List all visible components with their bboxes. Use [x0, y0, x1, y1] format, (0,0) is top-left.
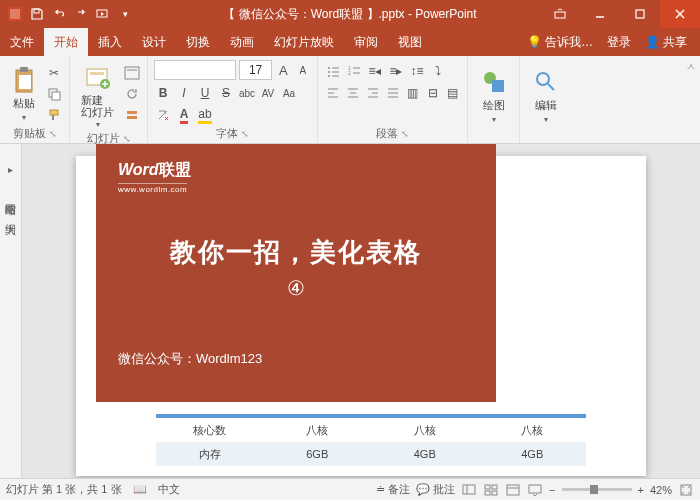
svg-rect-11	[52, 92, 60, 100]
numbering-icon[interactable]: 12	[345, 62, 363, 80]
smartart-icon[interactable]: ▤	[444, 84, 461, 102]
svg-rect-4	[555, 12, 565, 18]
ribbon-options-icon[interactable]	[540, 0, 580, 28]
redo-icon[interactable]	[74, 7, 88, 21]
new-slide-button[interactable]: 新建 幻灯片▾	[76, 60, 119, 129]
align-right-icon[interactable]	[364, 84, 381, 102]
minimize-button[interactable]	[580, 0, 620, 28]
fit-window-icon[interactable]	[678, 482, 694, 498]
expand-icon[interactable]: ⤡	[401, 129, 409, 139]
expand-icon[interactable]: ⤡	[123, 134, 131, 144]
svg-point-20	[328, 67, 330, 69]
tab-slideshow[interactable]: 幻灯片放映	[264, 28, 344, 56]
shapes-icon	[480, 68, 508, 96]
title-overlay: Word联盟 www.wordlm.com 教你一招，美化表格 ④ 微信公众号：…	[96, 144, 496, 402]
tab-home[interactable]: 开始	[44, 28, 88, 56]
bullets-icon[interactable]	[324, 62, 342, 80]
align-center-icon[interactable]	[344, 84, 361, 102]
svg-rect-9	[19, 75, 31, 89]
app-icon	[8, 7, 22, 21]
justify-icon[interactable]	[384, 84, 401, 102]
svg-point-22	[328, 71, 330, 73]
font-color-button[interactable]: A	[175, 106, 193, 124]
tab-animations[interactable]: 动画	[220, 28, 264, 56]
columns-icon[interactable]: ▥	[404, 84, 421, 102]
font-size-select[interactable]: 17	[239, 60, 272, 80]
align-text-icon[interactable]: ⊟	[424, 84, 441, 102]
slide-table: 核心数八核八核八核 内存6GB4GB4GB	[156, 414, 586, 466]
highlight-button[interactable]: ab	[196, 106, 214, 124]
save-icon[interactable]	[30, 7, 44, 21]
strike-button[interactable]: S	[217, 84, 235, 102]
normal-view-icon[interactable]	[461, 482, 477, 498]
svg-rect-46	[463, 485, 475, 494]
signin-link[interactable]: 登录	[602, 34, 636, 51]
grow-font-icon[interactable]: A	[275, 61, 291, 79]
svg-point-24	[328, 75, 330, 77]
outline-collapse-icon[interactable]: ▸	[8, 164, 13, 175]
zoom-in-button[interactable]: +	[638, 484, 644, 496]
tab-review[interactable]: 审阅	[344, 28, 388, 56]
underline-button[interactable]: U	[196, 84, 214, 102]
svg-text:2: 2	[348, 70, 351, 76]
svg-rect-19	[127, 116, 137, 119]
paste-button[interactable]: 粘贴▾	[6, 60, 41, 124]
align-left-icon[interactable]	[324, 84, 341, 102]
language-status[interactable]: 中文	[158, 482, 180, 497]
slide-canvas[interactable]: 核心数八核八核八核 内存6GB4GB4GB Word联盟 www.wordlm.…	[76, 156, 646, 476]
zoom-out-button[interactable]: −	[549, 484, 555, 496]
svg-rect-14	[90, 72, 104, 75]
qat-dropdown-icon[interactable]: ▾	[118, 7, 132, 21]
shrink-font-icon[interactable]: A	[295, 61, 311, 79]
collapse-ribbon-icon[interactable]: ㅅ	[686, 60, 696, 74]
layout-icon[interactable]	[123, 64, 141, 82]
new-slide-icon	[84, 64, 112, 92]
svg-rect-48	[485, 485, 490, 489]
indent-left-icon[interactable]: ≡◂	[366, 62, 384, 80]
share-button[interactable]: 👤共享	[640, 34, 692, 51]
tab-transitions[interactable]: 切换	[176, 28, 220, 56]
expand-icon[interactable]: ⤡	[49, 129, 57, 139]
indent-right-icon[interactable]: ≡▸	[387, 62, 405, 80]
drawing-button[interactable]: 绘图▾	[474, 60, 513, 127]
bold-button[interactable]: B	[154, 84, 172, 102]
italic-button[interactable]: I	[175, 84, 193, 102]
editing-button[interactable]: 编辑▾	[526, 60, 566, 127]
tab-view[interactable]: 视图	[388, 28, 432, 56]
font-name-select[interactable]	[154, 60, 236, 80]
comments-button[interactable]: 💬 批注	[416, 482, 455, 497]
undo-icon[interactable]	[52, 7, 66, 21]
expand-icon[interactable]: ⤡	[241, 129, 249, 139]
shadow-button[interactable]: abc	[238, 84, 256, 102]
cut-icon[interactable]: ✂	[45, 64, 63, 82]
svg-rect-52	[507, 485, 519, 495]
start-from-beginning-icon[interactable]	[96, 7, 110, 21]
clear-format-icon[interactable]	[154, 106, 172, 124]
tab-insert[interactable]: 插入	[88, 28, 132, 56]
table-row: 内存6GB4GB4GB	[156, 442, 586, 466]
reading-view-icon[interactable]	[505, 482, 521, 498]
close-button[interactable]	[660, 0, 700, 28]
zoom-level[interactable]: 42%	[650, 484, 672, 496]
notes-button[interactable]: ≐ 备注	[376, 482, 410, 497]
section-icon[interactable]	[123, 106, 141, 124]
format-painter-icon[interactable]	[45, 106, 63, 124]
svg-rect-50	[485, 491, 490, 495]
zoom-slider[interactable]	[562, 488, 632, 491]
char-spacing-button[interactable]: AV	[259, 84, 277, 102]
overlay-title: 教你一招，美化表格	[118, 235, 474, 270]
tab-design[interactable]: 设计	[132, 28, 176, 56]
maximize-button[interactable]	[620, 0, 660, 28]
svg-rect-54	[529, 485, 541, 493]
slideshow-view-icon[interactable]	[527, 482, 543, 498]
text-direction-icon[interactable]: ⤵	[429, 62, 447, 80]
reset-icon[interactable]	[123, 85, 141, 103]
tab-file[interactable]: 文件	[0, 28, 44, 56]
line-spacing-icon[interactable]: ↕≡	[408, 62, 426, 80]
copy-icon[interactable]	[45, 85, 63, 103]
spellcheck-icon[interactable]: 📖	[132, 482, 148, 498]
change-case-button[interactable]: Aa	[280, 84, 298, 102]
sorter-view-icon[interactable]	[483, 482, 499, 498]
tell-me[interactable]: 💡告诉我…	[522, 34, 598, 51]
svg-rect-16	[125, 67, 139, 79]
